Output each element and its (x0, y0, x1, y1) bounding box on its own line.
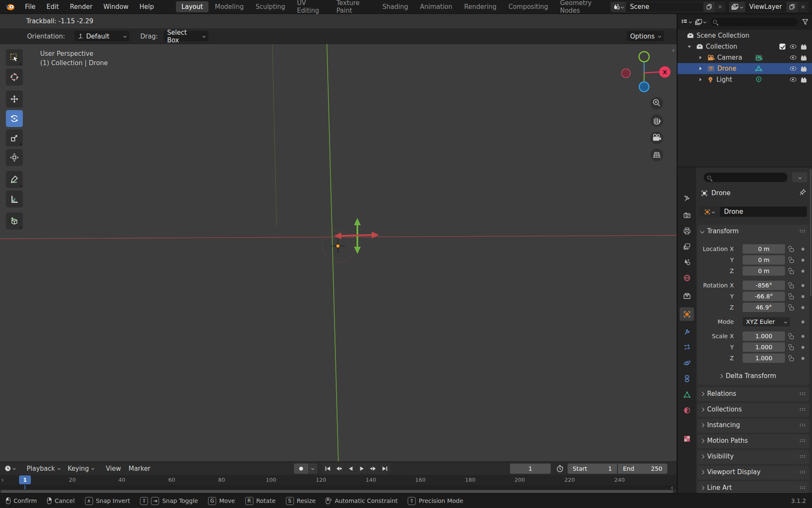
scene-name-field[interactable]: Scene (625, 2, 704, 12)
lock-open-icon[interactable] (790, 248, 794, 252)
transform-panel-header[interactable]: Transform (697, 225, 809, 237)
viewlayer-name-field[interactable]: ViewLayer (745, 2, 787, 12)
value-field[interactable]: 1.000 (743, 342, 785, 352)
animate-dot-icon[interactable] (801, 270, 804, 273)
panel-visibility[interactable]: Visibility (697, 450, 809, 464)
panel-expand-icon[interactable]: › (1, 476, 4, 484)
timeline-ruler[interactable]: 20 40 60 80 100 120 140 160 180 200 220 … (0, 475, 677, 485)
tab-modeling[interactable]: Modeling (209, 1, 249, 12)
scene-browse-button[interactable] (611, 2, 625, 12)
keying-popover-button[interactable] (309, 464, 317, 474)
scene-copy-button[interactable] (704, 2, 715, 12)
value-field[interactable]: 0 m (743, 266, 785, 276)
camera-view-button[interactable] (650, 132, 663, 144)
lock-open-icon[interactable] (790, 336, 794, 339)
value-field[interactable]: 46.9° (743, 303, 785, 312)
jump-to-end-button[interactable] (379, 464, 390, 474)
animate-dot-icon[interactable] (801, 320, 804, 323)
tab-rendering[interactable]: Rendering (459, 1, 502, 12)
outliner-row-collection[interactable]: Collection (678, 41, 812, 52)
value-field[interactable]: 0 m (743, 244, 785, 254)
menu-view[interactable]: View (102, 463, 125, 474)
tool-select-box[interactable] (6, 49, 23, 66)
lock-open-icon[interactable] (790, 285, 794, 288)
eye-icon[interactable] (790, 55, 796, 60)
tool-measure[interactable] (6, 190, 23, 207)
drag-dropdown[interactable]: Select Box (164, 31, 208, 41)
tab-output[interactable] (680, 224, 694, 237)
tab-material[interactable] (680, 403, 694, 417)
tab-tool[interactable] (680, 191, 694, 205)
play-reverse-button[interactable] (345, 464, 356, 474)
tab-layout[interactable]: Layout (176, 1, 208, 12)
viewlayer-copy-button[interactable] (787, 2, 798, 12)
menu-keying[interactable]: Keying (64, 463, 98, 474)
tab-render[interactable] (680, 208, 694, 222)
auto-keying-button[interactable] (294, 464, 308, 474)
object-id-browse-button[interactable] (699, 206, 719, 217)
playhead[interactable]: 1 (19, 475, 31, 484)
panel-relations[interactable]: Relations (697, 387, 809, 401)
value-field[interactable]: -66.8° (743, 292, 785, 301)
pin-icon[interactable] (799, 188, 807, 196)
tab-object-props[interactable] (680, 307, 694, 321)
lock-open-icon[interactable] (790, 296, 794, 299)
outliner-search-input[interactable] (709, 17, 798, 27)
scene-unlink-button[interactable]: ✕ (715, 2, 726, 12)
tool-annotate[interactable] (6, 171, 23, 188)
lock-open-icon[interactable] (790, 271, 794, 274)
pan-hand-button[interactable] (650, 114, 663, 127)
jump-to-start-button[interactable] (322, 464, 333, 474)
tab-collection-props[interactable] (680, 289, 694, 303)
lock-open-icon[interactable] (790, 307, 794, 310)
rotation-mode-dropdown[interactable]: XYZ Euler (743, 317, 790, 326)
panel-collections[interactable]: Collections (697, 403, 809, 417)
drag-dots-icon[interactable] (799, 229, 806, 233)
prev-keyframe-button[interactable] (334, 464, 345, 474)
region-collapse-icon[interactable]: ‹ (672, 47, 675, 54)
viewport-3d[interactable]: User Perspective (1) Collection | Drone … (0, 44, 677, 461)
lock-open-icon[interactable] (790, 347, 794, 350)
tab-compositing[interactable]: Compositing (503, 1, 554, 12)
tab-shading[interactable]: Shading (377, 1, 414, 12)
disclosure-expanded-icon[interactable] (688, 46, 691, 48)
tool-move[interactable] (6, 91, 23, 108)
region-collapse-icon[interactable]: ‹ (671, 484, 673, 491)
menu-render[interactable]: Render (64, 0, 98, 14)
camera-render-icon[interactable] (801, 46, 807, 50)
viewlayer-browse-button[interactable] (729, 2, 745, 12)
tab-texture[interactable] (680, 432, 694, 445)
tab-modifiers[interactable] (680, 325, 694, 338)
scrollbar[interactable] (810, 169, 812, 296)
frame-start-field[interactable]: Start1 (568, 464, 617, 474)
panel-instancing[interactable]: Instancing (697, 419, 809, 433)
menu-edit[interactable]: Edit (41, 0, 64, 14)
tab-world[interactable] (680, 271, 694, 284)
tool-transform[interactable] (6, 149, 23, 166)
camera-render-icon[interactable] (801, 57, 807, 61)
tab-particles[interactable] (680, 340, 694, 354)
disclosure-collapsed-icon[interactable] (700, 78, 702, 81)
panel-motion-paths[interactable]: Motion Paths (697, 434, 809, 448)
tool-rotate[interactable] (6, 110, 23, 127)
animate-dot-icon[interactable] (801, 295, 804, 298)
ortho-grid-button[interactable] (650, 149, 663, 161)
eye-icon[interactable] (790, 44, 796, 49)
animate-dot-icon[interactable] (801, 335, 804, 338)
tool-add-cube[interactable] (6, 213, 23, 229)
panel-line-art[interactable]: Line Art (697, 481, 809, 493)
outliner-filter-mode-dropdown[interactable] (695, 19, 706, 25)
animate-dot-icon[interactable] (801, 306, 804, 309)
frame-end-field[interactable]: End250 (618, 464, 667, 474)
eye-icon[interactable] (790, 77, 796, 82)
object-name-field[interactable]: Drone (719, 206, 807, 217)
tab-sculpting[interactable]: Sculpting (250, 1, 291, 12)
value-field[interactable]: 1.000 (743, 353, 785, 363)
panel-viewport-display[interactable]: Viewport Display (697, 466, 809, 480)
timeline-track[interactable] (0, 485, 677, 489)
properties-options-dropdown[interactable] (792, 172, 807, 182)
nav-gizmo[interactable]: X (622, 52, 671, 92)
outliner-row-light[interactable]: Light (678, 74, 812, 85)
drag-dots-icon[interactable] (799, 423, 806, 427)
options-dropdown[interactable]: Options (627, 31, 664, 41)
